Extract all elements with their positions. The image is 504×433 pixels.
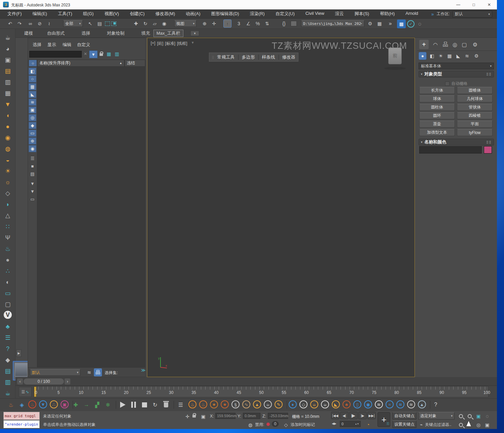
beer-preset-icon[interactable]: ☕ <box>310 400 318 408</box>
sphere-slice-icon[interactable]: ◗ <box>3 200 13 209</box>
help-circle-icon[interactable]: ? <box>3 344 13 354</box>
lock-selection-icon[interactable] <box>192 414 196 419</box>
filter-icon[interactable]: ▼ <box>29 188 36 195</box>
menu-overflow-chevron[interactable]: » <box>431 11 434 17</box>
move-icon[interactable]: ✚ <box>132 20 140 28</box>
teapot-scene-icon[interactable]: ☕ <box>3 389 13 398</box>
zoom-extents-icon[interactable]: ▣ <box>474 412 482 420</box>
filter-geometry-icon[interactable]: ▣ <box>29 106 36 113</box>
create-button-4[interactable]: 几何球体 <box>457 95 493 102</box>
spinner-arrows-icon[interactable]: ▲▼ <box>355 423 359 425</box>
spotlight-icon[interactable]: ▼ <box>3 100 13 109</box>
spinner-snap-icon[interactable]: ⇅ <box>263 20 271 28</box>
menu-1[interactable]: 文件(F) <box>7 11 22 17</box>
named-selection-box[interactable] <box>291 21 297 26</box>
document-lines-icon[interactable]: ☰ <box>3 333 13 342</box>
bottle-preset-icon[interactable]: ▯ <box>353 400 361 408</box>
wire-box-icon[interactable]: ◇ <box>3 189 13 198</box>
viewport-view-label[interactable]: [前] <box>157 41 164 46</box>
column-header-name[interactable]: 名称(按升序排序) ▲ <box>37 60 124 67</box>
auto-key-button[interactable]: 自动关键点 <box>392 412 417 420</box>
block-view-icon[interactable]: ■ <box>29 163 36 170</box>
filter-helpers-icon[interactable]: ◣ <box>29 91 36 98</box>
ribbon-tab-2[interactable]: 自由形式 <box>47 30 65 36</box>
render-setup-icon[interactable]: ⚙ <box>366 20 374 28</box>
filter-plugins-icon[interactable]: ⊕ <box>29 137 36 144</box>
filter-shapes-icon[interactable]: ◧ <box>29 68 36 75</box>
orbit-icon[interactable]: ◎ <box>474 421 482 429</box>
waves-preset-icon[interactable]: ≋ <box>396 400 404 408</box>
rotate-icon[interactable]: ↻ <box>141 20 149 28</box>
drop-circle-icon[interactable]: ▼ <box>39 400 47 408</box>
prev-frame-button[interactable]: ‹ <box>17 378 23 385</box>
key-selection-dropdown[interactable]: 选定对象 ▾ <box>418 412 455 420</box>
explorer-menu-4[interactable]: 自定义 <box>77 42 90 48</box>
ribbon-tab-4[interactable]: 对象绘制 <box>107 30 124 36</box>
flame-preset-icon[interactable]: ♨ <box>188 400 196 408</box>
ribbon-tab-3[interactable]: 选择 <box>81 30 90 36</box>
window-crossing-icon[interactable] <box>111 22 116 26</box>
create-button-10[interactable]: 平面 <box>457 121 493 128</box>
object-color-swatch[interactable] <box>484 146 492 154</box>
menu-8[interactable]: 动画(A) <box>186 11 200 17</box>
unlink-icon[interactable]: ⊘ <box>36 20 44 28</box>
filter-containers-icon[interactable]: ▭ <box>29 130 36 137</box>
delete-button[interactable] <box>161 400 170 409</box>
transform-gizmo-icon[interactable]: ✛ <box>183 412 191 421</box>
loop-button[interactable]: ↻ <box>151 400 159 409</box>
drops-preset-icon[interactable]: ♦ <box>289 400 297 408</box>
set-keys-button[interactable]: + ⚿ <box>377 412 390 427</box>
object-category-dropdown[interactable]: 标准基本体 ▾ <box>419 63 494 69</box>
menu-2[interactable]: 编辑(E) <box>33 11 47 17</box>
fountain-preset-icon[interactable]: ≋ <box>407 400 415 408</box>
container-view-icon[interactable]: ▭ <box>29 196 36 203</box>
create-button-7[interactable]: 圆环 <box>419 112 455 119</box>
timeline-ruler[interactable]: 0510152025303540455055606570758085909510… <box>34 386 489 397</box>
expand-panel-button[interactable]: ▶ <box>16 349 22 357</box>
viewport-filter-icon[interactable]: ▼ <box>191 41 194 46</box>
z-coordinate-field[interactable]: -253.03mm <box>268 413 288 419</box>
zoom-region-icon[interactable]: ◌ <box>483 412 491 420</box>
keyboard-shortcut-toggle[interactable]: {} <box>279 20 289 28</box>
menu-11[interactable]: 自定义(U) <box>276 11 295 17</box>
menu-7[interactable]: 修改器(M) <box>155 11 175 17</box>
clear-search-icon[interactable]: ✕ <box>84 52 87 56</box>
viewport-style-label[interactable]: [线框] <box>177 41 187 46</box>
select-place-highlight-button[interactable]: ↑ <box>223 20 231 28</box>
explorer-list-area[interactable] <box>37 67 145 367</box>
create-button-5[interactable]: 圆柱体 <box>419 104 455 111</box>
filter-ik-icon[interactable]: ◆ <box>29 122 36 129</box>
burst2-preset-icon[interactable]: ★ <box>221 400 229 408</box>
toolbar-overflow-chevron[interactable]: » <box>386 20 394 28</box>
workspace-dropdown[interactable]: 默认 ▾ <box>453 11 492 18</box>
close-button[interactable]: ✕ <box>481 0 497 9</box>
vray-icon[interactable]: V <box>4 311 12 319</box>
viewport[interactable]: [+] [前] [标准] [线框] ▼ TZ素材网WWW.TZSUCAI.COM… <box>147 38 415 377</box>
render-monitor-icon[interactable]: ▢ <box>3 300 13 309</box>
tab-polygon[interactable]: 多边形 <box>242 54 255 60</box>
lock-icon[interactable] <box>100 52 103 57</box>
create-button-1[interactable]: 长方体 <box>419 87 455 94</box>
zoom-all-icon[interactable] <box>466 412 474 420</box>
smoke2-preset-icon[interactable]: ∿ <box>242 400 250 408</box>
explorer-search-input[interactable] <box>29 51 82 58</box>
candle-preset-icon[interactable]: ▲ <box>253 400 261 408</box>
swirl-preset-icon[interactable]: ◉ <box>364 400 372 408</box>
tab-modifiers[interactable]: 修改器 <box>282 54 295 60</box>
sphere-light-icon[interactable]: ● <box>3 122 13 131</box>
ribbon-menu-button[interactable]: ▼ <box>190 31 199 36</box>
smoke-preset-icon[interactable]: § <box>231 400 240 408</box>
target-helper-icon[interactable]: △ <box>3 211 13 220</box>
bind-spacewarp-icon[interactable]: ≀ <box>45 20 53 28</box>
zero-badge[interactable]: 0 <box>272 421 279 427</box>
spill-preset-icon[interactable]: ◣ <box>332 400 340 408</box>
y-coordinate-field[interactable]: 0.0mm <box>243 413 260 419</box>
explorer-menu-3[interactable]: 编辑 <box>63 42 71 48</box>
create-button-12[interactable]: tyFlow <box>457 129 493 136</box>
autogrid-checkbox[interactable] <box>445 81 449 86</box>
previous-frame-button[interactable]: ◀| <box>340 412 349 419</box>
tab-create-icon[interactable]: + <box>419 40 429 49</box>
water-box-icon[interactable]: ◈ <box>17 400 26 409</box>
fire-effect-icon[interactable]: ♨ <box>3 244 13 254</box>
minimize-button[interactable]: — <box>451 0 466 9</box>
